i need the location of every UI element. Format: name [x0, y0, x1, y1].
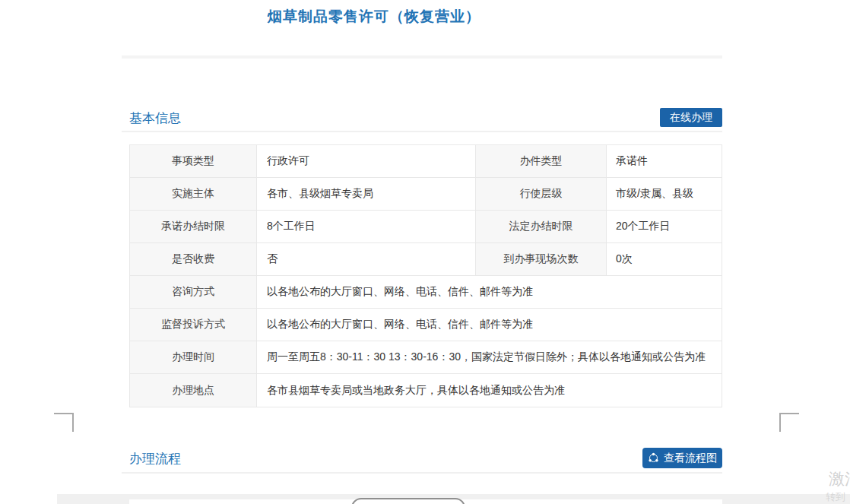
- basic-info-table: 事项类型 行政许可 办件类型 承诺件 实施主体 各市、县级烟草专卖局 行使层级 …: [129, 144, 722, 407]
- row-value: 行政许可: [257, 145, 476, 177]
- table-row: 事项类型 行政许可 办件类型 承诺件: [130, 145, 722, 178]
- table-row: 实施主体 各市、县级烟草专卖局 行使层级 市级/隶属、县级: [130, 178, 722, 211]
- service-detail-page: 烟草制品零售许可（恢复营业） 基本信息 在线办理 事项类型 行政许可 办件类型 …: [0, 0, 850, 504]
- row-label: 行使层级: [476, 178, 607, 210]
- row-value: 以各地公布的大厅窗口、网络、电话、信件、邮件等为准: [257, 309, 722, 341]
- section-title-process: 办理流程: [129, 450, 181, 468]
- activation-watermark-line1: 激活: [829, 468, 850, 490]
- table-row: 承诺办结时限 8个工作日 法定办结时限 20个工作日: [130, 211, 722, 243]
- row-label: 办件类型: [476, 145, 607, 177]
- table-row: 咨询方式 以各地公布的大厅窗口、网络、电话、信件、邮件等为准: [130, 276, 722, 309]
- header-divider: [122, 55, 722, 59]
- row-value: 以各地公布的大厅窗口、网络、电话、信件、邮件等为准: [257, 276, 722, 308]
- table-row: 监督投诉方式 以各地公布的大厅窗口、网络、电话、信件、邮件等为准: [130, 309, 722, 341]
- flowchart-icon: [648, 452, 659, 464]
- row-value: 市级/隶属、县级: [607, 178, 722, 210]
- process-divider: [122, 472, 722, 474]
- crop-corner-left: [54, 413, 74, 432]
- row-label: 事项类型: [130, 145, 257, 177]
- row-label: 法定办结时限: [476, 211, 607, 242]
- crop-corner-right: [779, 413, 799, 432]
- row-label: 实施主体: [130, 178, 257, 210]
- section-title-basic-info: 基本信息: [129, 109, 181, 127]
- online-apply-button[interactable]: 在线办理: [660, 108, 722, 127]
- row-value: 各市、县级烟草专卖局: [257, 178, 476, 210]
- row-label: 承诺办结时限: [130, 211, 257, 242]
- page-title: 烟草制品零售许可（恢复营业）: [268, 7, 481, 27]
- flowchart-start-node: [351, 498, 465, 504]
- view-flowchart-button[interactable]: 查看流程图: [642, 448, 722, 468]
- row-value: 20个工作日: [607, 211, 722, 242]
- row-label: 到办事现场次数: [476, 243, 607, 275]
- table-row: 办理时间 周一至周五8：30-11：30 13：30-16：30，国家法定节假日…: [130, 341, 722, 374]
- row-label: 咨询方式: [130, 276, 257, 308]
- row-label: 办理时间: [130, 341, 257, 373]
- row-label: 是否收费: [130, 243, 257, 275]
- row-value: 承诺件: [607, 145, 722, 177]
- table-row: 是否收费 否 到办事现场次数 0次: [130, 243, 722, 276]
- row-label: 监督投诉方式: [130, 309, 257, 341]
- row-label: 办理地点: [130, 374, 257, 407]
- row-value: 8个工作日: [257, 211, 476, 242]
- table-row: 办理地点 各市县烟草专卖局或当地政务大厅，具体以各地通知或公告为准: [130, 374, 722, 407]
- view-flowchart-label: 查看流程图: [664, 452, 717, 465]
- row-value: 0次: [607, 243, 722, 275]
- row-value: 各市县烟草专卖局或当地政务大厅，具体以各地通知或公告为准: [257, 374, 722, 407]
- row-value: 周一至周五8：30-11：30 13：30-16：30，国家法定节假日除外；具体…: [257, 341, 722, 373]
- activation-watermark-line2: 转到: [826, 490, 845, 504]
- basic-info-divider: [122, 131, 722, 132]
- row-value: 否: [257, 243, 476, 275]
